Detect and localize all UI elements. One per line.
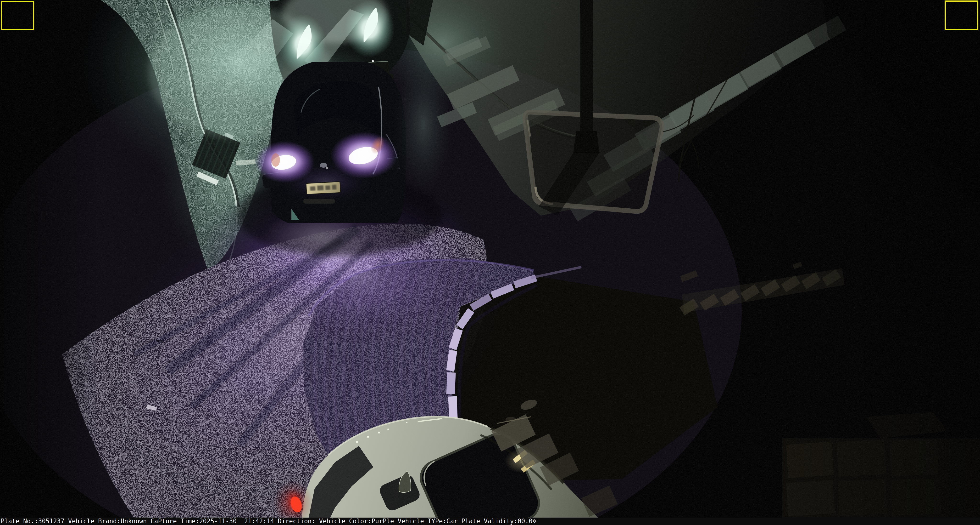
roi-marker-top-right <box>945 0 978 30</box>
cctv-scene <box>0 0 980 525</box>
vignette <box>0 0 980 525</box>
osd-text: Plate No.:3051237 Vehicle Brand:Unknown … <box>0 517 536 525</box>
osd-bar: Plate No.:3051237 Vehicle Brand:Unknown … <box>0 517 980 525</box>
roi-marker-top-left <box>1 1 34 30</box>
cctv-frame: Plate No.:3051237 Vehicle Brand:Unknown … <box>0 0 980 525</box>
